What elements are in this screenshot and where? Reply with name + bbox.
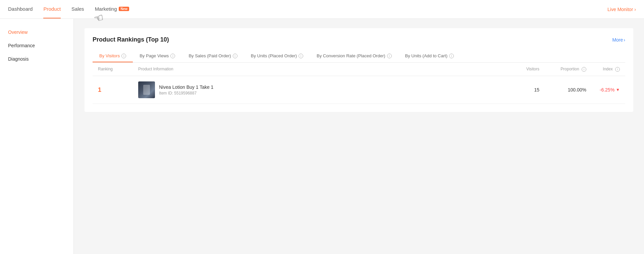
nav-product[interactable]: Product (43, 0, 61, 18)
by-conversion-info-icon[interactable]: i (387, 54, 392, 58)
index-info-icon[interactable]: i (615, 67, 620, 72)
rank-number: 1 (98, 86, 138, 93)
top-navigation: Dashboard Product Sales Marketing New Li… (0, 0, 644, 19)
col-proportion: Proportion i (539, 67, 586, 72)
tab-by-page-views[interactable]: By Page Views i (133, 50, 182, 62)
product-image-inner (138, 81, 155, 98)
page-layout: Overview Performance Diagnosis Product R… (0, 19, 644, 254)
tab-by-units-placed[interactable]: By Units (Placed Order) i (244, 50, 310, 62)
proportion-value: 100.00% (539, 87, 586, 92)
col-index: Index i (586, 67, 620, 72)
live-monitor-link[interactable]: Live Monitor › (607, 7, 636, 12)
tab-by-sales[interactable]: By Sales (Paid Order) i (182, 50, 244, 62)
tab-by-visitors[interactable]: By Visitors i (93, 50, 133, 62)
table-header: Ranking Product Information Visitors Pro… (93, 63, 625, 76)
more-link[interactable]: More › (612, 37, 625, 43)
ranking-tabs: By Visitors i By Page Views i By Sales (… (93, 50, 625, 63)
sidebar-item-diagnosis[interactable]: Diagnosis (0, 52, 73, 66)
col-product-info: Product Information (138, 67, 499, 72)
sidebar: Overview Performance Diagnosis (0, 19, 74, 254)
tab-by-conversion-rate[interactable]: By Conversion Rate (Placed Order) i (310, 50, 398, 62)
by-page-views-info-icon[interactable]: i (170, 54, 175, 58)
product-name: Nivea Lotion Buy 1 Take 1 (159, 84, 213, 90)
nav-sales[interactable]: Sales (71, 0, 84, 18)
product-id: Item ID: 5519596887 (159, 91, 213, 96)
new-badge: New (119, 7, 129, 11)
main-content: Product Rankings (Top 10) More › By Visi… (74, 19, 644, 254)
nav-marketing[interactable]: Marketing New (95, 0, 129, 18)
by-units-placed-info-icon[interactable]: i (299, 54, 303, 58)
nav-items: Dashboard Product Sales Marketing New (8, 0, 607, 18)
table-row: 1 Nivea Lotion Buy 1 Take 1 Item ID: 551… (93, 76, 625, 104)
product-info: Nivea Lotion Buy 1 Take 1 Item ID: 55195… (138, 81, 499, 98)
by-visitors-info-icon[interactable]: i (121, 54, 126, 58)
by-sales-info-icon[interactable]: i (233, 54, 237, 58)
visitors-value: 15 (499, 87, 539, 92)
product-details: Nivea Lotion Buy 1 Take 1 Item ID: 55195… (159, 84, 213, 96)
index-value: -6.25% ▼ (586, 87, 620, 92)
card-header: Product Rankings (Top 10) More › (93, 36, 625, 43)
col-visitors: Visitors (499, 67, 539, 72)
sidebar-item-overview[interactable]: Overview (0, 25, 73, 39)
card-title: Product Rankings (Top 10) (93, 36, 169, 43)
rankings-table: Ranking Product Information Visitors Pro… (93, 63, 625, 104)
sidebar-item-performance[interactable]: Performance (0, 39, 73, 52)
by-units-cart-info-icon[interactable]: i (449, 54, 454, 58)
tab-by-units-cart[interactable]: By Units (Add to Cart) i (398, 50, 461, 62)
product-rankings-card: Product Rankings (Top 10) More › By Visi… (85, 28, 633, 112)
nav-dashboard[interactable]: Dashboard (8, 0, 33, 18)
proportion-info-icon[interactable]: i (582, 67, 586, 72)
product-image (138, 81, 155, 98)
trend-down-icon: ▼ (616, 87, 620, 92)
col-ranking: Ranking (98, 67, 138, 72)
